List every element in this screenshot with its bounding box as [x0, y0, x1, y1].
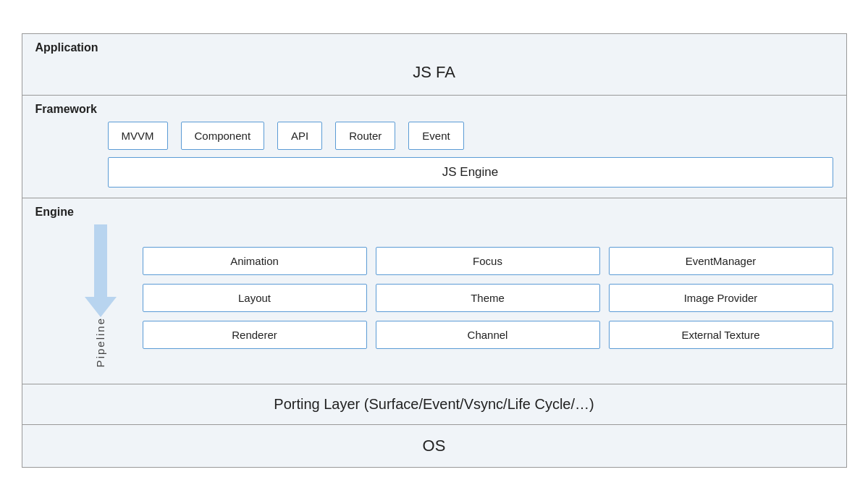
engine-label: Engine	[35, 206, 833, 219]
box-focus: Focus	[376, 247, 600, 275]
box-component: Component	[181, 122, 265, 150]
box-api: API	[277, 122, 322, 150]
box-layout: Layout	[143, 284, 367, 312]
box-theme: Theme	[376, 284, 600, 312]
pipeline-label: Pipeline	[94, 317, 106, 367]
application-section: Application JS FA	[22, 34, 846, 96]
box-renderer: Renderer	[143, 321, 367, 349]
porting-layer-content: Porting Layer (Surface/Event/Vsync/Life …	[274, 396, 594, 412]
engine-section: Engine Pipeline Animation Focus EventMan…	[22, 198, 846, 384]
application-content: JS FA	[35, 60, 833, 88]
application-label: Application	[35, 41, 98, 54]
framework-label: Framework	[35, 103, 833, 116]
pipeline-container: Pipeline	[79, 224, 122, 370]
box-image-provider: Image Provider	[609, 284, 833, 312]
box-animation: Animation	[143, 247, 367, 275]
box-event: Event	[408, 122, 463, 150]
os-section: OS	[22, 425, 846, 467]
arrow-group	[85, 224, 117, 317]
architecture-diagram: Application JS FA Framework MVVM Compone…	[22, 33, 847, 467]
framework-boxes-row: MVVM Component API Router Event	[108, 122, 833, 150]
porting-layer-section: Porting Layer (Surface/Event/Vsync/Life …	[22, 384, 846, 425]
box-mvvm: MVVM	[108, 122, 168, 150]
framework-section: Framework MVVM Component API Router Even…	[22, 96, 846, 198]
arrow-shaft	[94, 224, 107, 297]
engine-grid: Animation Focus EventManager Layout Them…	[143, 244, 833, 352]
arrow-down	[85, 297, 117, 317]
box-channel: Channel	[376, 321, 600, 349]
box-event-manager: EventManager	[609, 247, 833, 275]
os-content: OS	[423, 437, 446, 455]
engine-inner: Pipeline Animation Focus EventManager La…	[79, 224, 833, 376]
box-js-engine: JS Engine	[108, 157, 833, 188]
js-engine-row: JS Engine	[108, 157, 833, 188]
box-external-texture: External Texture	[609, 321, 833, 349]
box-router: Router	[335, 122, 395, 150]
